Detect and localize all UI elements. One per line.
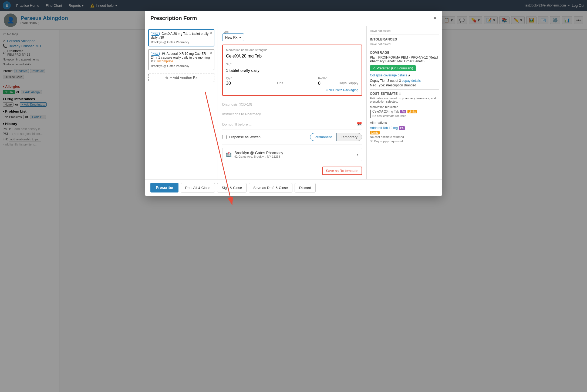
cost-estimate-title: COST ESTIMATE (370, 92, 398, 96)
dispense-label: Dispense as Written (229, 135, 307, 139)
alternatives-title: Alternatives (370, 121, 439, 125)
modal-footer: Prescribe Print All & Close Sign & Close… (145, 179, 442, 196)
copay-row: Copay Tier: 3 out of 3 copay details (370, 79, 439, 83)
controlled-icon: 🎮 (161, 52, 166, 56)
modal-header: Prescription Form × (145, 11, 442, 26)
collapse-coverage-link[interactable]: Collapse coverage details (370, 73, 407, 77)
rx-list-panel: × New CeleXA 20 mg Tab 1 tablet orally d… (145, 26, 218, 179)
rx-item-1[interactable]: × New CeleXA 20 mg Tab 1 tablet orally d… (148, 29, 214, 46)
med-type-row: Med Type: Prescription Branded (370, 83, 439, 87)
cost-estimate-info-icon: ℹ (399, 92, 401, 96)
refills-label: Refills* (318, 77, 334, 80)
rx-highlight-box: Medication name and strength* Sig* Qty* (222, 45, 362, 96)
print-all-close-button[interactable]: Print All & Close (181, 183, 215, 192)
permanent-toggle[interactable]: Permanent (310, 133, 336, 141)
rx-item-1-close[interactable]: × (210, 31, 212, 35)
qty-label: Qty* (226, 77, 242, 80)
dispense-row: Dispense as Written Permanent Temporary (222, 130, 362, 144)
instructions-field[interactable]: Instructions to Pharmacy (222, 109, 362, 119)
rx-right-panel: Have not asked INTOLERANCES Have not ask… (366, 26, 442, 179)
copay-details-link[interactable]: copay details (402, 79, 421, 83)
save-draft-close-button[interactable]: Save as Draft & Close (249, 183, 292, 192)
rx-1-pharmacy: Brooklyn @ Gates Pharmacy (151, 40, 212, 44)
rx-2-name: Adderall XR 10 mg Cap ER 24hr 1 capsule … (151, 52, 210, 63)
no-cost-text-1: No cost estimate returned (372, 114, 417, 117)
alt-med-row: Adderall Tab 10 mg PA (370, 126, 439, 130)
cost-estimate-info: Estimates are based on pharmacy, insuran… (370, 97, 439, 103)
pharmacy-chevron-icon: ▾ (357, 153, 359, 157)
rx-2-pharmacy: Brooklyn @ Gates Pharmacy (151, 64, 212, 67)
qty-row: Qty* Unit Refills* Days Supply (226, 77, 358, 86)
sig-label: Sig* (226, 63, 358, 66)
med-requested-row: CeleXA 20 mg Tab PA Limits No cost estim… (370, 110, 439, 118)
save-rx-template-button[interactable]: Save as Rx template (322, 167, 362, 175)
temporary-toggle[interactable]: Temporary (336, 133, 362, 141)
rx-form-panel: Type New Rx ▾ Medication name and streng… (218, 26, 366, 179)
have-not-asked-2: Have not asked (370, 42, 439, 46)
days-supply-label: Days Supply (339, 81, 358, 86)
qty-input[interactable] (226, 81, 242, 86)
sign-close-button[interactable]: Sign & Close (217, 183, 247, 192)
rx-item-2[interactable]: × New 🎮 Adderall XR 10 mg Cap ER 24hr 1 … (148, 49, 214, 70)
ndc-link[interactable]: ▾ NDC with Packaging (226, 88, 358, 92)
pharmacy-select[interactable]: 🏥 Brooklyn @ Gates Pharmacy 92 Gates Ave… (222, 148, 362, 161)
modal-close-button[interactable]: × (433, 15, 437, 21)
calendar-icon[interactable]: 📅 (357, 122, 362, 127)
type-label: Type (222, 30, 362, 33)
coverage-title: COVERAGE (370, 51, 439, 55)
do-not-fill-field[interactable]: Do not fill before ... 📅 (222, 119, 362, 130)
unit-label: Unit (247, 81, 314, 86)
supply-text: 30 Day supply requested (370, 140, 439, 143)
duration-toggle: Permanent Temporary (310, 133, 362, 141)
diagnosis-field[interactable]: Diagnosis (ICD-10) (222, 100, 362, 109)
med-requested-name: CeleXA 20 mg Tab PA Limits (372, 110, 417, 113)
pharmacy-icon: 🏥 (226, 151, 232, 157)
rx-1-badge: New (151, 32, 160, 36)
intolerances-title: INTOLERANCES (370, 38, 439, 41)
coverage-plan: Plan: PROINFORMA PBM - PRO-NY-12 (Retail… (370, 56, 439, 63)
prescribe-button[interactable]: Prescribe (150, 183, 178, 192)
med-name-input[interactable] (226, 53, 358, 60)
have-not-asked-1: Have not asked (370, 29, 439, 32)
refills-input[interactable] (318, 81, 334, 86)
modal-title: Prescription Form (150, 15, 197, 21)
add-rx-button[interactable]: ⊕ + Add Another Rx (148, 73, 214, 82)
sig-input[interactable] (226, 67, 358, 74)
modal-body: × New CeleXA 20 mg Tab 1 tablet orally d… (145, 26, 442, 179)
med-name-label: Medication name and strength* (226, 48, 358, 52)
pharmacy-info: Brooklyn @ Gates Pharmacy 92 Gates Ave, … (234, 151, 354, 158)
modal-overlay: Prescription Form × × New CeleXA 20 mg T… (0, 0, 587, 392)
type-select[interactable]: New Rx ▾ (222, 33, 244, 41)
prescription-modal: Prescription Form × × New CeleXA 20 mg T… (145, 11, 442, 196)
limits-badge-1: Limits (407, 110, 417, 113)
rx-item-2-close[interactable]: × (210, 51, 212, 55)
rx-2-badge: New (151, 52, 160, 56)
alt-limits-badge: Limits (370, 131, 380, 134)
dispense-checkbox[interactable] (222, 135, 227, 139)
pa-badge: PA (400, 110, 406, 113)
discard-button[interactable]: Discard (295, 183, 316, 192)
no-cost-text-2: No cost estimate returned (370, 135, 439, 138)
med-requested-label: Medication requested (370, 105, 439, 109)
preferred-badge: ✓ Preferred (On Formulary) (370, 65, 416, 71)
alt-med-name[interactable]: Adderall Tab 10 mg (370, 126, 398, 130)
alt-pa-badge: PA (399, 126, 405, 130)
